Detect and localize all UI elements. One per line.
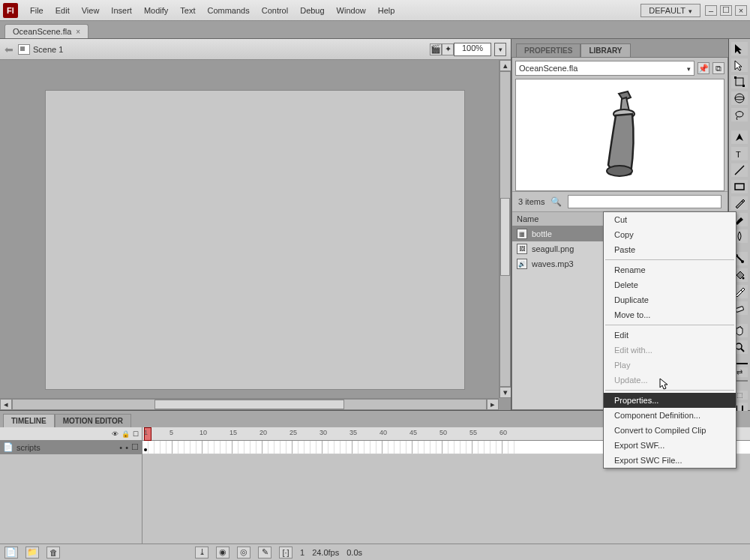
edit-symbol-icon[interactable]: ✦ [442,43,454,55]
ctx-cut[interactable]: Cut [604,212,736,227]
menu-debug[interactable]: Debug [294,3,330,18]
search-icon[interactable]: 🔍 [550,196,562,207]
outline-icon[interactable]: ☐ [133,430,139,438]
pen-tool[interactable] [731,130,748,144]
tab-timeline[interactable]: TIMELINE [3,414,55,427]
lock-icon[interactable]: 🔒 [122,430,130,438]
edit-multiple-button[interactable]: ✎ [258,547,272,559]
library-search-input[interactable] [568,195,722,208]
menu-edit[interactable]: Edit [50,3,76,18]
layer-outline-box[interactable]: ☐ [131,442,139,452]
edit-scene-icon[interactable]: 🎬 [430,43,442,55]
window-controls: – ☐ × [705,5,747,16]
menu-control[interactable]: Control [256,3,294,18]
ctx-paste[interactable]: Paste [604,242,736,257]
ctx-duplicate[interactable]: Duplicate [604,292,736,307]
layer-icon: 📄 [3,442,14,452]
stage-area[interactable]: ▴ ▾ ◂ ▸ [0,60,511,410]
svg-point-6 [735,97,744,100]
vertical-scrollbar[interactable]: ▴ ▾ [499,60,511,398]
svg-point-1 [607,166,632,176]
minimize-button[interactable]: – [705,5,717,16]
rectangle-tool[interactable] [731,180,748,193]
text-tool[interactable]: T [731,147,748,160]
menu-modify[interactable]: Modify [138,3,174,18]
tab-library[interactable]: LIBRARY [580,43,630,57]
elapsed-time: 0.0s [346,548,362,557]
ctx-update: Update... [604,373,736,388]
selection-tool[interactable] [731,42,748,55]
scroll-up-button[interactable]: ▴ [500,60,511,71]
zoom-dropdown[interactable] [494,43,506,56]
menu-file[interactable]: File [24,3,50,18]
maximize-button[interactable]: ☐ [720,5,732,16]
scene-label[interactable]: Scene 1 [33,45,63,54]
ctx-edit[interactable]: Edit [604,328,736,343]
close-button[interactable]: × [735,5,747,16]
ctx-rename[interactable]: Rename [604,262,736,277]
workspace-switcher[interactable]: DEFAULT [640,4,700,17]
ctx-play: Play [604,358,736,373]
back-arrow-icon[interactable]: ⬅ [4,43,14,55]
onion-outline-button[interactable]: ◎ [237,547,250,559]
scroll-thumb[interactable] [500,198,510,277]
svg-rect-2 [736,78,743,85]
stage-canvas[interactable] [45,90,465,390]
ctx-delete[interactable]: Delete [604,277,736,292]
menu-help[interactable]: Help [372,3,401,18]
menu-insert[interactable]: Insert [105,3,138,18]
tab-properties[interactable]: PROPERTIES [516,43,580,57]
layer-lock-dot[interactable]: • [125,443,128,452]
3d-rotation-tool[interactable] [731,91,748,105]
library-source-label: OceanScene.fla [519,64,578,73]
modify-markers-button[interactable]: [·] [279,547,292,559]
scroll-left-button[interactable]: ◂ [0,399,12,410]
frame-rate: 24.0fps [312,548,339,557]
new-folder-button[interactable]: 📁 [26,547,39,559]
layer-scripts[interactable]: 📄 scripts • • ☐ [0,441,142,454]
layer-header: 👁 🔒 ☐ [0,427,142,441]
free-transform-tool[interactable] [731,75,748,88]
library-item-label: waves.mp3 [532,259,574,268]
workspace-label: DEFAULT [649,6,686,15]
eye-icon[interactable]: 👁 [112,430,118,438]
menu-window[interactable]: Window [331,3,372,18]
layer-list: 👁 🔒 ☐ 📄 scripts • • ☐ [0,427,142,544]
ctx-copy[interactable]: Copy [604,227,736,242]
onion-skin-button[interactable]: ◉ [216,547,230,559]
panel-tab-bar: PROPERTIES LIBRARY [512,39,728,57]
zoom-input[interactable]: 100% [454,43,491,56]
subselection-tool[interactable] [731,58,748,72]
lasso-tool[interactable] [731,108,748,121]
svg-point-5 [735,94,744,103]
ctx-properties[interactable]: Properties... [604,393,736,408]
context-menu: Cut Copy Paste Rename Delete Duplicate M… [603,211,736,469]
ctx-export-swf[interactable]: Export SWF... [604,438,736,453]
document-tab[interactable]: OceanScene.fla × [4,24,88,38]
new-library-icon[interactable]: ⧉ [712,62,724,74]
ctx-convert-compiled[interactable]: Convert to Compiled Clip [604,423,736,438]
chevron-down-icon [688,6,692,15]
pencil-tool[interactable] [731,196,748,210]
ctx-component-def[interactable]: Component Definition... [604,408,736,423]
line-tool[interactable] [731,163,748,177]
menu-view[interactable]: View [76,3,106,18]
library-source-select[interactable]: OceanScene.fla [515,61,694,76]
layer-visibility-dot[interactable]: • [119,443,122,452]
scroll-thumb[interactable] [154,400,344,409]
center-frame-button[interactable]: ⤓ [195,547,208,559]
menu-text[interactable]: Text [174,3,201,18]
close-icon[interactable]: × [76,28,80,36]
delete-layer-button[interactable]: 🗑 [46,547,60,559]
ctx-move-to[interactable]: Move to... [604,307,736,322]
scroll-down-button[interactable]: ▾ [500,387,511,398]
scroll-right-button[interactable]: ▸ [487,399,499,410]
tab-motion-editor[interactable]: MOTION EDITOR [55,414,131,427]
ctx-export-swc[interactable]: Export SWC File... [604,453,736,468]
library-count-row: 3 items 🔍 [512,191,728,212]
stage-panel: ⬅ Scene 1 🎬 ✦ 100% ▴ ▾ ◂ ▸ [0,39,512,410]
horizontal-scrollbar[interactable]: ◂ ▸ [0,398,499,410]
menu-commands[interactable]: Commands [201,3,255,18]
pin-library-icon[interactable]: 📌 [698,62,710,74]
new-layer-button[interactable]: 📄 [4,547,18,559]
